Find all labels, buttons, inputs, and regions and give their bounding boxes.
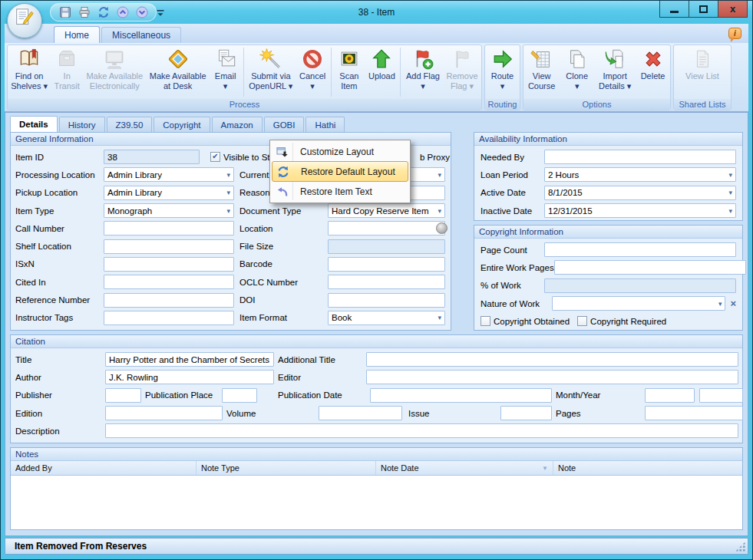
dropdown-arrow-icon[interactable]: ▾ [226,171,230,178]
shelf-location-field[interactable] [104,239,234,254]
notes-column-note-date[interactable]: Note Date▼ [376,461,553,475]
ribbon-tab-miscellaneous[interactable]: Miscellaneous [101,27,181,43]
dropdown-arrow-icon[interactable]: ▾ [438,315,441,321]
dropdown-arrow-icon[interactable]: ▾ [728,189,732,196]
call-number-field[interactable] [104,221,234,236]
copyright-obtained-checkbox[interactable] [481,316,490,326]
resize-grip[interactable] [735,542,745,552]
entire-work-pages-field[interactable] [554,260,746,275]
menu-item-restore-item-text[interactable]: Restore Item Text [272,182,408,201]
scan-item-button[interactable]: ScanItem [335,45,363,99]
dropdown-arrow-icon[interactable]: ▾ [728,171,732,178]
find-on-shelves-button[interactable]: Find onShelves ▾ [9,45,49,99]
refresh-icon[interactable] [97,6,110,19]
tab-details[interactable]: Details [10,116,58,132]
volume-field[interactable] [319,406,402,420]
publisher-field[interactable] [105,388,141,403]
title-field[interactable]: Harry Potter and the Chamber of Secrets [105,352,274,367]
instructor-tags-field[interactable] [104,311,234,325]
cancel-button[interactable]: Cancel▾ [298,45,327,99]
pages-field[interactable] [645,406,743,420]
processing-location-field[interactable]: Admin Library▾ [104,167,234,182]
tab-amazon[interactable]: Amazon [212,117,263,132]
clear-icon[interactable]: × [730,298,736,308]
route-button[interactable]: Route▾ [488,45,517,99]
dropdown-arrow-icon[interactable]: ▾ [438,171,441,178]
clone-button[interactable]: Clone▾ [563,45,591,99]
ribbon-group-label: Routing [485,99,520,110]
barcode-field[interactable] [328,257,445,272]
month-field[interactable] [645,388,695,403]
document-type-field[interactable]: Hard Copy Reserve Item▾ [328,203,445,218]
nature-of-work-field[interactable]: ▾ [552,296,725,311]
of-work-label: % of Work [481,281,544,290]
active-date-field[interactable]: 8/1/2015▾ [544,186,736,200]
notes-column-added-by[interactable]: Added By [11,461,197,475]
down-circle-icon[interactable] [135,6,148,19]
tab-history[interactable]: History [59,117,105,132]
author-field[interactable]: J.K. Rowling [105,370,274,384]
globe-icon[interactable] [436,222,448,234]
publication-date-field[interactable] [370,388,552,403]
upload-button[interactable]: Upload [367,45,397,99]
ribbon-tab-home[interactable]: Home [54,26,100,43]
visible-to-students-checkbox[interactable]: ✔ [210,152,220,162]
location-field[interactable] [328,221,445,236]
doi-field[interactable] [328,293,445,308]
up-circle-icon[interactable] [116,6,129,19]
app-menu-button[interactable] [7,3,42,38]
editor-field[interactable] [366,370,738,384]
menu-item-restore-default-layout[interactable]: Restore Default Layout [272,161,408,182]
import-details-button[interactable]: ImportDetails ▾ [597,45,632,99]
minimize-button[interactable] [659,1,689,18]
add-flag-icon [410,46,435,71]
reference-number-field[interactable] [104,293,234,308]
dropdown-arrow-icon[interactable]: ▾ [226,189,230,196]
print-icon[interactable] [78,6,91,19]
view-course-button[interactable]: ViewCourse [527,45,556,99]
isxn-field[interactable] [104,257,234,272]
author-label: Author [15,373,105,382]
page-count-field[interactable] [544,242,736,257]
help-icon[interactable]: i [728,28,741,39]
menu-item-customize-layout[interactable]: Customize Layout [272,142,408,161]
item-format-label: Item Format [239,313,326,322]
additional-title-field[interactable] [366,352,738,367]
issue-field[interactable] [500,406,552,420]
tab-gobi[interactable]: GOBI [264,117,305,132]
save-icon[interactable] [58,6,71,19]
add-flag-button[interactable]: Add Flag▾ [405,45,441,99]
notes-column-note-type[interactable]: Note Type [197,461,376,475]
maximize-button[interactable] [689,1,718,18]
cited-in-field[interactable] [104,275,234,289]
qat-more-icon[interactable] [154,7,166,18]
general-row-instructor-tags: Instructor TagsItem FormatBook▾ [11,309,451,327]
tab-hathi[interactable]: Hathi [305,117,345,132]
pickup-location-field[interactable]: Admin Library▾ [104,186,234,200]
oclc-number-field[interactable] [328,275,445,289]
publication-place-field[interactable] [222,388,257,403]
close-button[interactable]: x [718,1,748,18]
dropdown-arrow-icon[interactable]: ▾ [438,207,441,214]
tab-copyright[interactable]: Copyright [154,117,210,132]
year-field[interactable] [699,388,743,403]
submit-via-openurl-button[interactable]: Submit viaOpenURL ▾ [247,45,294,99]
dropdown-arrow-icon[interactable]: ▾ [728,207,732,214]
email-button[interactable]: Email▾ [211,45,239,99]
loan-period-field[interactable]: 2 Hours▾ [544,167,736,182]
copyright-required-checkbox[interactable] [577,316,587,326]
right-panel-column: Availability Information Needed ByLoan P… [474,132,743,331]
dropdown-arrow-icon[interactable]: ▾ [226,207,230,214]
edition-field[interactable] [105,406,223,420]
tab-z39-50[interactable]: Z39.50 [107,117,153,132]
description-field[interactable] [105,423,738,438]
notes-column-note[interactable]: Note [553,461,742,475]
inactive-date-field[interactable]: 12/31/2015▾ [544,203,736,218]
ribbon-separator [331,48,332,97]
make-available-at-desk-button[interactable]: Make Availableat Desk [148,45,208,99]
item-type-field[interactable]: Monograph▾ [104,203,234,218]
item-format-field[interactable]: Book▾ [328,311,445,325]
delete-button[interactable]: Delete [639,45,667,99]
needed-by-field[interactable] [544,150,736,164]
dropdown-arrow-icon[interactable]: ▾ [718,300,722,307]
